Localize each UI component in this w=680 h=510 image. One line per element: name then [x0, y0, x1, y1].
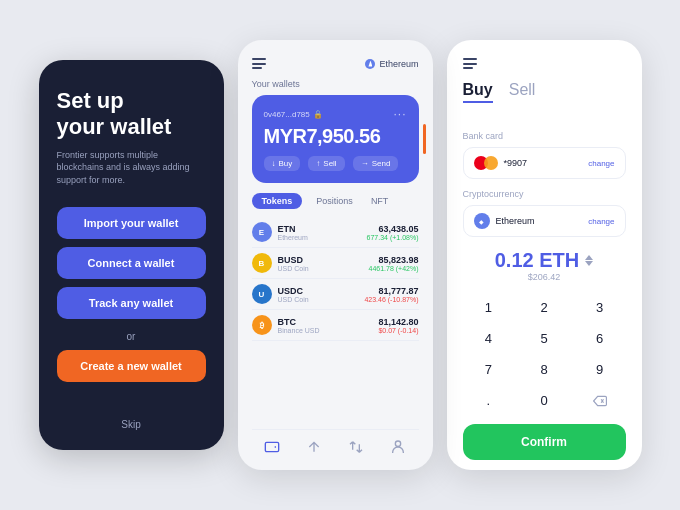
token-info: ETN Ethereum	[278, 224, 308, 241]
wallet-menu-dots[interactable]: ···	[393, 107, 406, 121]
swap-arrows-icon[interactable]	[585, 255, 593, 266]
numpad-key-4[interactable]: 4	[463, 325, 515, 352]
buy-sell-tabs: Buy Sell	[463, 81, 626, 103]
token-left: E ETN Ethereum	[252, 222, 308, 242]
wallet-address-row: 0v467...d785 🔒 ···	[264, 107, 407, 121]
numpad-key-6[interactable]: 6	[574, 325, 626, 352]
token-right: 81,142.80 $0.07 (-0.14)	[378, 317, 418, 334]
token-symbol: BUSD	[278, 255, 309, 265]
wallet-balance: MYR7,950.56	[264, 125, 407, 148]
mastercard-icon	[474, 155, 498, 171]
token-left: ₿ BTC Binance USD	[252, 315, 320, 335]
token-change: 423.46 (-10.87%)	[364, 296, 418, 303]
sell-icon: ↑	[316, 159, 320, 168]
wallets-screen: Ethereum Your wallets 0v467...d785 🔒 ···…	[238, 40, 433, 470]
numpad-key-8[interactable]: 8	[518, 356, 570, 383]
skip-link[interactable]: Skip	[121, 419, 140, 430]
send-icon: →	[361, 159, 369, 168]
crypto-name: Ethereum	[496, 216, 535, 226]
crypto-row: Ethereum change	[463, 205, 626, 237]
token-icon: E	[252, 222, 272, 242]
token-right: 63,438.05 677.34 (+1.08%)	[367, 224, 419, 241]
token-info: BTC Binance USD	[278, 317, 320, 334]
token-row[interactable]: B BUSD USD Coin 85,823.98 4461.78 (+42%)	[252, 248, 419, 279]
send-nav-icon[interactable]	[305, 438, 323, 456]
numpad-key-9[interactable]: 9	[574, 356, 626, 383]
tab-nft[interactable]: NFT	[367, 193, 393, 209]
sell-action-btn[interactable]: ↑ Sell	[308, 156, 344, 171]
buy-header: Buy Sell	[463, 58, 626, 117]
change-card-link[interactable]: change	[588, 159, 614, 168]
token-change: $0.07 (-0.14)	[378, 327, 418, 334]
numpad-key-0[interactable]: 0	[518, 387, 570, 414]
numpad-key-.[interactable]: .	[463, 387, 515, 414]
token-value: 85,823.98	[368, 255, 418, 265]
token-right: 81,777.87 423.46 (-10.87%)	[364, 286, 418, 303]
crypto-left: Ethereum	[474, 213, 535, 229]
token-info: USDC USD Coin	[278, 286, 309, 303]
token-value: 81,142.80	[378, 317, 418, 327]
your-wallets-label: Your wallets	[252, 79, 419, 89]
amount-display: 0.12 ETH $206.42	[463, 249, 626, 282]
buy-screen: Buy Sell Bank card *9907 change Cryptocu…	[447, 40, 642, 470]
token-icon: U	[252, 284, 272, 304]
token-symbol: BTC	[278, 317, 320, 327]
svg-rect-0	[266, 442, 279, 451]
card-number: *9907	[504, 158, 528, 168]
token-value: 81,777.87	[364, 286, 418, 296]
token-info: BUSD USD Coin	[278, 255, 309, 272]
eth-network-label: Ethereum	[379, 59, 418, 69]
crypto-label: Cryptocurrency	[463, 189, 626, 199]
connect-wallet-button[interactable]: Connect a wallet	[57, 247, 206, 279]
tab-positions[interactable]: Positions	[312, 193, 357, 209]
token-symbol: ETN	[278, 224, 308, 234]
token-chain: USD Coin	[278, 296, 309, 303]
token-icon: ₿	[252, 315, 272, 335]
bottom-nav	[252, 429, 419, 456]
token-row[interactable]: E ETN Ethereum 63,438.05 677.34 (+1.08%)	[252, 217, 419, 248]
buy-tab[interactable]: Buy	[463, 81, 493, 103]
sell-tab[interactable]: Sell	[509, 81, 536, 103]
numpad-key-7[interactable]: 7	[463, 356, 515, 383]
token-left: B BUSD USD Coin	[252, 253, 309, 273]
menu-icon[interactable]	[252, 58, 266, 69]
eth-amount: 0.12 ETH	[463, 249, 626, 272]
buy-action-btn[interactable]: ↓ Buy	[264, 156, 301, 171]
create-wallet-button[interactable]: Create a new wallet	[57, 350, 206, 382]
orange-bar	[423, 124, 426, 154]
numpad-key-5[interactable]: 5	[518, 325, 570, 352]
swap-nav-icon[interactable]	[347, 438, 365, 456]
track-wallet-button[interactable]: Track any wallet	[57, 287, 206, 319]
numpad-key-3[interactable]: 3	[574, 294, 626, 321]
token-chain: USD Coin	[278, 265, 309, 272]
wallet-address: 0v467...d785 🔒	[264, 110, 323, 119]
usd-amount: $206.42	[463, 272, 626, 282]
numpad-key-1[interactable]: 1	[463, 294, 515, 321]
send-action-btn[interactable]: → Send	[353, 156, 399, 171]
or-divider: or	[127, 331, 136, 342]
numpad-key-2[interactable]: 2	[518, 294, 570, 321]
wallet-nav-icon[interactable]	[263, 438, 281, 456]
bank-card-label: Bank card	[463, 131, 626, 141]
eth-dot-icon	[365, 59, 375, 69]
token-icon: B	[252, 253, 272, 273]
token-list: E ETN Ethereum 63,438.05 677.34 (+1.08%)…	[252, 217, 419, 429]
import-wallet-button[interactable]: Import your wallet	[57, 207, 206, 239]
wallet-actions: ↓ Buy ↑ Sell → Send	[264, 156, 407, 171]
token-change: 677.34 (+1.08%)	[367, 234, 419, 241]
token-tabs: Tokens Positions NFT	[252, 193, 419, 209]
confirm-button[interactable]: Confirm	[463, 424, 626, 460]
buy-menu-icon[interactable]	[463, 58, 626, 69]
token-right: 85,823.98 4461.78 (+42%)	[368, 255, 418, 272]
backspace-key[interactable]	[574, 387, 626, 414]
token-symbol: USDC	[278, 286, 309, 296]
tab-tokens[interactable]: Tokens	[252, 193, 303, 209]
change-crypto-link[interactable]: change	[588, 217, 614, 226]
token-value: 63,438.05	[367, 224, 419, 234]
token-row[interactable]: ₿ BTC Binance USD 81,142.80 $0.07 (-0.14…	[252, 310, 419, 341]
buy-icon: ↓	[272, 159, 276, 168]
token-change: 4461.78 (+42%)	[368, 265, 418, 272]
profile-nav-icon[interactable]	[389, 438, 407, 456]
wallets-header: Ethereum	[252, 58, 419, 69]
token-row[interactable]: U USDC USD Coin 81,777.87 423.46 (-10.87…	[252, 279, 419, 310]
